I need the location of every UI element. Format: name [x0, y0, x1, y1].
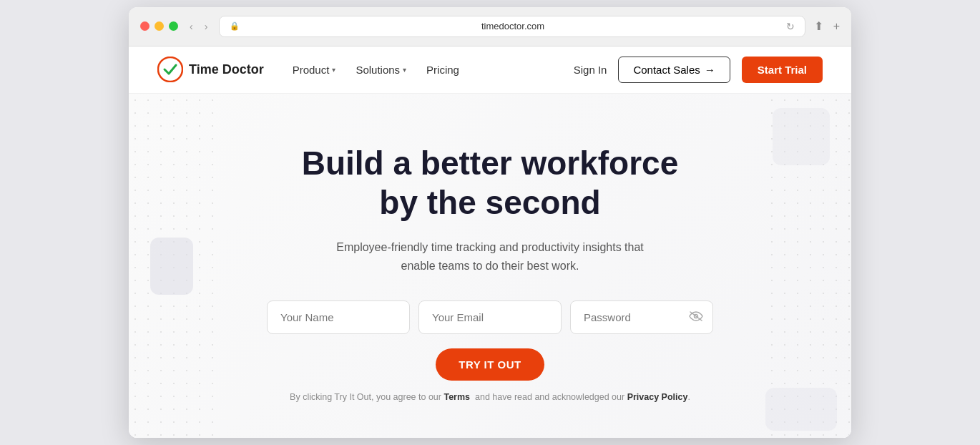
reload-icon[interactable]: ↻ — [786, 21, 795, 32]
product-chevron-icon: ▾ — [332, 66, 335, 74]
nav-solutions[interactable]: Solutions ▾ — [356, 64, 406, 76]
logo-text: Time Doctor — [189, 62, 264, 77]
lock-icon: 🔒 — [230, 21, 240, 31]
minimize-button[interactable] — [155, 21, 164, 31]
site-content: Time Doctor Product ▾ Solutions ▾ Pricin… — [129, 47, 851, 439]
contact-sales-button[interactable]: Contact Sales → — [618, 57, 730, 83]
back-button[interactable]: ‹ — [187, 19, 196, 34]
try-it-out-button[interactable]: TRY IT OUT — [436, 348, 544, 381]
start-trial-button[interactable]: Start Trial — [742, 57, 823, 83]
close-button[interactable] — [140, 21, 150, 31]
legal-text: By clicking Try It Out, you agree to our… — [157, 392, 823, 402]
hero-title: Build a better workforce by the second — [157, 144, 823, 222]
terms-link[interactable]: Terms — [444, 392, 470, 402]
sign-in-link[interactable]: Sign In — [574, 64, 607, 76]
traffic-lights — [140, 21, 178, 31]
shape-left — [150, 238, 193, 295]
forward-button[interactable]: › — [202, 19, 211, 34]
password-wrapper — [570, 300, 713, 334]
svg-point-0 — [158, 57, 182, 82]
privacy-policy-link[interactable]: Privacy Policy — [627, 392, 688, 402]
hero-subtitle: Employee-friendly time tracking and prod… — [333, 238, 647, 275]
browser-nav: ‹ › — [187, 19, 210, 34]
navbar: Time Doctor Product ▾ Solutions ▾ Pricin… — [129, 47, 851, 94]
browser-actions: ⬆ + — [814, 19, 840, 33]
new-tab-button[interactable]: + — [833, 19, 840, 33]
nav-links: Product ▾ Solutions ▾ Pricing — [293, 64, 557, 76]
browser-window: ‹ › 🔒 timedoctor.com ↻ ⬆ + Time Doctor — [129, 7, 851, 439]
browser-chrome: ‹ › 🔒 timedoctor.com ↻ ⬆ + — [129, 7, 851, 47]
email-input[interactable] — [418, 300, 562, 334]
address-bar[interactable]: 🔒 timedoctor.com ↻ — [219, 16, 805, 37]
solutions-chevron-icon: ▾ — [403, 66, 406, 74]
nav-actions: Sign In Contact Sales → Start Trial — [574, 57, 823, 83]
nav-pricing[interactable]: Pricing — [426, 64, 459, 76]
nav-product[interactable]: Product ▾ — [293, 64, 336, 76]
name-input[interactable] — [267, 300, 410, 334]
share-button[interactable]: ⬆ — [814, 19, 823, 33]
maximize-button[interactable] — [169, 21, 178, 31]
toggle-password-icon[interactable] — [689, 311, 703, 324]
hero-section: Build a better workforce by the second E… — [129, 94, 851, 439]
url-text: timedoctor.com — [244, 21, 781, 31]
logo[interactable]: Time Doctor — [157, 57, 264, 82]
logo-icon — [157, 57, 183, 82]
signup-form — [157, 300, 823, 334]
